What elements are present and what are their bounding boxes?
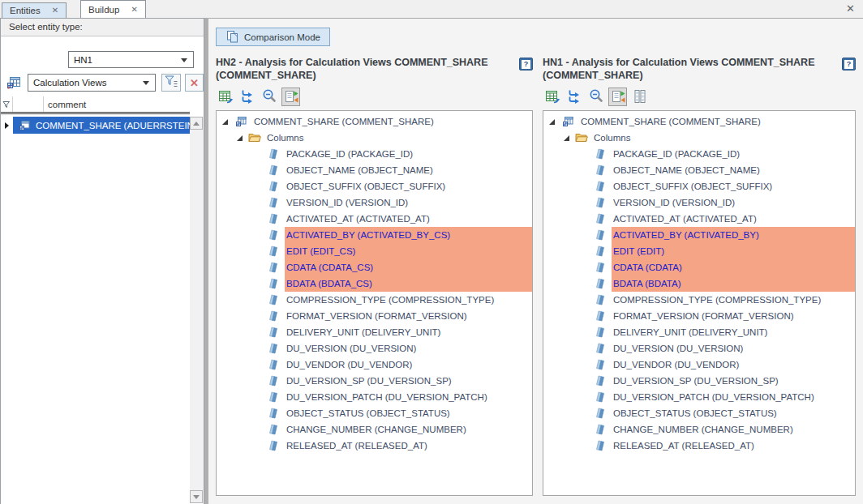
tree-column-item[interactable]: DU_VERSION_PATCH (DU_VERSION_PATCH) [543, 389, 855, 405]
transfer-icon-button[interactable] [238, 88, 256, 106]
tree-folder-columns[interactable]: Columns [543, 130, 855, 146]
analysis-tree: COMMENT_SHARE (COMMENT_SHARE) Columns [543, 110, 856, 496]
tree-column-label: PACKAGE_ID (PACKAGE_ID) [285, 146, 532, 162]
grid-filter-icon[interactable] [1, 96, 13, 112]
tree-column-item[interactable]: PACKAGE_ID (PACKAGE_ID) [543, 146, 855, 162]
system-select[interactable]: HN1 [68, 51, 194, 68]
transfer-icon-button[interactable] [565, 88, 583, 106]
tree-column-item[interactable]: OBJECT_NAME (OBJECT_NAME) [543, 162, 855, 178]
tree-column-item[interactable]: EDIT (EDIT_CS) [217, 243, 532, 259]
tree-root[interactable]: COMMENT_SHARE (COMMENT_SHARE) [543, 113, 855, 130]
column-icon [595, 310, 605, 322]
tree-column-item[interactable]: DELIVERY_UNIT (DELIVERY_UNIT) [543, 324, 855, 340]
clear-filter-icon: ✕ [190, 77, 199, 89]
zoom-out-icon-button[interactable] [586, 88, 605, 106]
tree-column-item[interactable]: ACTIVATED_AT (ACTIVATED_AT) [543, 211, 855, 227]
tree-column-item[interactable]: CDATA (CDATA_CS) [217, 259, 532, 275]
tree-column-item[interactable]: BDATA (BDATA_CS) [217, 275, 532, 292]
tree-column-item[interactable]: COMPRESSION_TYPE (COMPRESSION_TYPE) [543, 292, 855, 308]
tree-column-item[interactable]: VERSION_ID (VERSION_ID) [543, 194, 855, 211]
tree-column-item[interactable]: RELEASED_AT (RELEASED_AT) [217, 438, 532, 454]
column-icon [268, 294, 278, 305]
tree-column-item[interactable]: EDIT (EDIT) [543, 243, 855, 259]
tree-column-item[interactable]: DU_VERSION (DU_VERSION) [217, 340, 532, 357]
tree-column-label: CHANGE_NUMBER (CHANGE_NUMBER) [612, 421, 855, 438]
tree-column-item[interactable]: DU_VENDOR (DU_VENDOR) [217, 357, 532, 373]
tree-column-label: ACTIVATED_AT (ACTIVATED_AT) [285, 211, 532, 227]
close-icon[interactable]: ✕ [846, 2, 855, 15]
tree-column-item[interactable]: ACTIVATED_AT (ACTIVATED_AT) [217, 211, 532, 227]
filter-button[interactable] [161, 74, 181, 92]
tree-column-label: DU_VERSION_PATCH (DU_VERSION_PATCH) [285, 389, 532, 405]
tree-column-item[interactable]: ACTIVATED_BY (ACTIVATED_BY) [543, 227, 855, 243]
tree-column-item[interactable]: PACKAGE_ID (PACKAGE_ID) [217, 146, 532, 162]
export-excel-icon-button[interactable] [543, 88, 561, 106]
tree-column-label: BDATA (BDATA) [612, 275, 855, 292]
column-icon [595, 359, 605, 370]
tab-buildup-label: Buildup [88, 5, 119, 15]
tree-column-item[interactable]: FORMAT_VERSION (FORMAT_VERSION) [217, 308, 532, 324]
tab-entities[interactable]: Entities ✕ [2, 2, 67, 18]
tab-buildup-close-icon[interactable]: ✕ [131, 6, 137, 14]
help-icon-glyph: ? [844, 60, 853, 69]
panel-header: HN1 - Analysis for Calculation Views COM… [543, 56, 856, 82]
scroll-down-icon[interactable] [190, 490, 203, 503]
column-icon [595, 294, 605, 305]
tree-column-item[interactable]: DELIVERY_UNIT (DELIVERY_UNIT) [217, 324, 532, 340]
folder-icon [248, 131, 261, 144]
tab-buildup[interactable]: Buildup ✕ [80, 0, 146, 18]
compare-icon-button[interactable] [608, 88, 627, 106]
tree-column-item[interactable]: COMPRESSION_TYPE (COMPRESSION_TYPE) [217, 292, 532, 308]
tree-column-item[interactable]: DU_VENDOR (DU_VENDOR) [543, 357, 855, 373]
expand-icon[interactable] [222, 119, 228, 125]
tree-column-item[interactable]: CDATA (CDATA) [543, 259, 855, 275]
comparison-mode-button[interactable]: Comparison Mode [216, 28, 330, 46]
tree-column-item[interactable]: OBJECT_STATUS (OBJECT_STATUS) [217, 405, 532, 421]
tree-folder-columns[interactable]: Columns [217, 130, 532, 146]
tree-column-item[interactable]: OBJECT_SUFFIX (OBJECT_SUFFIX) [217, 178, 532, 194]
analysis-tree: COMMENT_SHARE (COMMENT_SHARE) Columns [216, 110, 533, 496]
tree-column-item[interactable]: CHANGE_NUMBER (CHANGE_NUMBER) [217, 421, 532, 438]
clear-filter-button[interactable]: ✕ [185, 74, 204, 92]
tree-column-item[interactable]: BDATA (BDATA) [543, 275, 855, 292]
column-icon [595, 213, 605, 224]
zoom-out-icon-button[interactable] [260, 88, 278, 106]
help-icon[interactable]: ? [842, 58, 856, 70]
tab-entities-close-icon[interactable]: ✕ [52, 6, 58, 15]
tree-column-item[interactable]: DU_VERSION_PATCH (DU_VERSION_PATCH) [217, 389, 532, 405]
tree-column-item[interactable]: ACTIVATED_BY (ACTIVATED_BY_CS) [217, 227, 532, 243]
tree-folder-label: Columns [594, 133, 630, 143]
export-excel-icon-button[interactable] [216, 88, 234, 106]
scroll-up-icon[interactable] [190, 117, 203, 130]
tree-column-item[interactable]: FORMAT_VERSION (FORMAT_VERSION) [543, 308, 855, 324]
expand-icon[interactable] [549, 119, 555, 125]
tree-column-label: BDATA (BDATA_CS) [285, 275, 532, 292]
column-icon [268, 181, 278, 192]
tree-root[interactable]: COMMENT_SHARE (COMMENT_SHARE) [217, 113, 532, 130]
grid-comment-column-header[interactable]: comment [44, 96, 190, 112]
tree-column-item[interactable]: VERSION_ID (VERSION_ID) [217, 194, 532, 211]
column-icon [268, 343, 278, 354]
expand-icon[interactable] [237, 135, 243, 141]
tree-column-item[interactable]: RELEASED_AT (RELEASED_AT) [543, 438, 855, 454]
tree-column-label: CDATA (CDATA) [612, 259, 855, 275]
compare-icon-button[interactable] [281, 88, 300, 106]
tree-column-item[interactable]: CHANGE_NUMBER (CHANGE_NUMBER) [543, 421, 855, 438]
tree-column-item[interactable]: DU_VERSION_SP (DU_VERSION_SP) [543, 373, 855, 389]
tree-column-item[interactable]: DU_VERSION_SP (DU_VERSION_SP) [217, 373, 532, 389]
tree-column-label: ACTIVATED_BY (ACTIVATED_BY_CS) [285, 227, 532, 243]
tree-column-item[interactable]: DU_VERSION (DU_VERSION) [543, 340, 855, 357]
grid-view-icon-button[interactable] [630, 88, 649, 106]
column-icon [268, 213, 278, 224]
sidebar-scrollbar[interactable] [190, 117, 204, 503]
entity-row-selected[interactable]: COMMENT_SHARE (ADUERRSTEIN_T [1, 117, 190, 134]
tree-column-item[interactable]: OBJECT_STATUS (OBJECT_STATUS) [543, 405, 855, 421]
tree-column-item[interactable]: OBJECT_NAME (OBJECT_NAME) [217, 162, 532, 178]
entity-type-select[interactable]: Calculation Views [28, 74, 156, 92]
column-icon [595, 148, 605, 160]
column-icon [595, 278, 605, 289]
help-icon[interactable]: ? [519, 58, 533, 70]
folder-icon [575, 131, 588, 144]
expand-icon[interactable] [564, 135, 569, 141]
tree-column-item[interactable]: OBJECT_SUFFIX (OBJECT_SUFFIX) [543, 178, 855, 194]
